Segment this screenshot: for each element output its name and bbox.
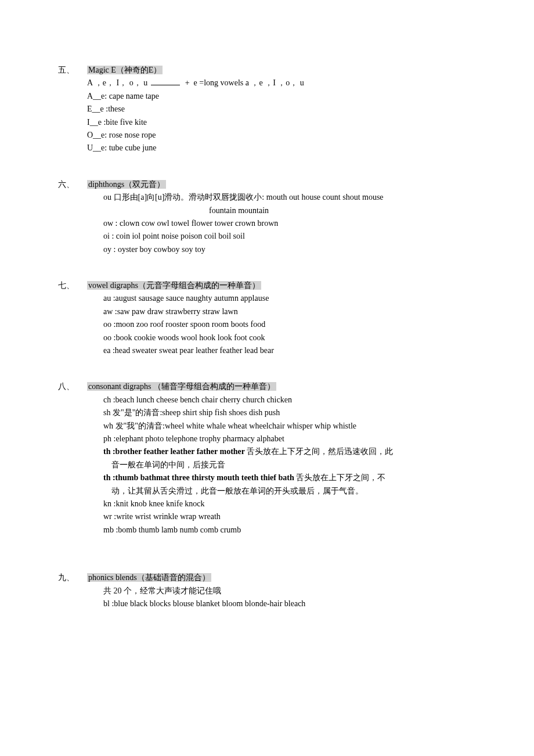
- bold-text: th :brother feather leather father mothe…: [103, 447, 247, 456]
- text-line: th :brother feather leather father mothe…: [87, 445, 476, 458]
- text-line: ea :head sweater sweat pear leather feat…: [87, 344, 476, 357]
- text-line: kn :knit knob knee knife knock: [87, 498, 476, 510]
- section-title-line: consonant digraphs （辅音字母组合构成的一种单音）: [87, 380, 476, 393]
- text-line: ou 口形由[a]向[u]滑动。滑动时双唇拢圆收小: mouth out hou…: [87, 191, 476, 204]
- text-line: A__e: cape name tape: [87, 90, 476, 103]
- text-line: au :august sausage sauce naughty autumn …: [87, 292, 476, 305]
- text-line: 动，让其留从舌尖滑过，此音一般放在单词的开头或最后，属于气音。: [87, 485, 476, 498]
- text-line: fountain mountain: [87, 204, 476, 217]
- text-line: oo :book cookie woods wool hook look foo…: [87, 332, 476, 344]
- text-line: mb :bomb thumb lamb numb comb crumb: [87, 524, 476, 537]
- section-1: 六、diphthongs（双元音）ou 口形由[a]向[u]滑动。滑动时双唇拢圆…: [58, 178, 476, 256]
- text-fragment: + e =long vowels a ，e ，I ，o， u: [181, 78, 304, 87]
- section-number: 八、: [58, 380, 87, 393]
- section-title-line: diphthongs（双元音）: [87, 178, 476, 191]
- text-line: ph :elephant photo telephone trophy phar…: [87, 433, 476, 445]
- text-line: E__e :these: [87, 103, 476, 116]
- text-line: 共 20 个，经常大声读才能记住哦: [87, 585, 476, 597]
- section-4: 九、phonics blends（基础语音的混合）共 20 个，经常大声读才能记…: [58, 571, 476, 610]
- text-line: A ，e， I， o， u + e =long vowels a ，e ，I ，…: [87, 77, 476, 89]
- text-line: I__e :bite five kite: [87, 116, 476, 129]
- document-page: 五、Magic E（神奇的E）A ，e， I， o， u + e =long v…: [0, 0, 534, 756]
- text-line: ow : clown cow owl towel flower tower cr…: [87, 217, 476, 230]
- section-number: 七、: [58, 279, 87, 292]
- section-content: Magic E（神奇的E）A ，e， I， o， u + e =long vow…: [87, 64, 476, 155]
- section-number: 五、: [58, 64, 87, 77]
- section-3: 八、consonant digraphs （辅音字母组合构成的一种单音）ch :…: [58, 380, 476, 537]
- section-0: 五、Magic E（神奇的E）A ，e， I， o， u + e =long v…: [58, 64, 476, 155]
- section-title: consonant digraphs （辅音字母组合构成的一种单音）: [87, 382, 276, 391]
- blank-underline: [151, 77, 180, 85]
- text-line: O__e: rose nose rope: [87, 129, 476, 142]
- text-line: th :thumb bathmat three thirsty mouth te…: [87, 471, 476, 484]
- section-title: Magic E（神奇的E）: [87, 66, 163, 74]
- text-line: aw :saw paw draw strawberry straw lawn: [87, 305, 476, 318]
- section-content: vowel digraphs（元音字母组合构成的一种单音）au :august …: [87, 279, 476, 357]
- section-content: diphthongs（双元音）ou 口形由[a]向[u]滑动。滑动时双唇拢圆收小…: [87, 178, 476, 256]
- text-fragment: 舌头放在上下牙之间，然后迅速收回，此: [247, 447, 393, 456]
- section-title: diphthongs（双元音）: [87, 180, 166, 189]
- section-content: phonics blends（基础语音的混合）共 20 个，经常大声读才能记住哦…: [87, 571, 476, 610]
- section-title-line: phonics blends（基础语音的混合）: [87, 571, 476, 584]
- text-line: wr :write wrist wrinkle wrap wreath: [87, 510, 476, 523]
- text-line: 音一般在单词的中间，后接元音: [87, 459, 476, 471]
- text-line: bl :blue black blocks blouse blanket blo…: [87, 597, 476, 610]
- section-title-line: Magic E（神奇的E）: [87, 64, 476, 77]
- text-line: ch :beach lunch cheese bench chair cherr…: [87, 394, 476, 406]
- section-title: phonics blends（基础语音的混合）: [87, 573, 211, 582]
- text-line: sh 发"是"的清音:sheep shirt ship fish shoes d…: [87, 406, 476, 419]
- text-line: oo :moon zoo roof rooster spoon room boo…: [87, 318, 476, 331]
- section-number: 九、: [58, 571, 87, 584]
- section-title-line: vowel digraphs（元音字母组合构成的一种单音）: [87, 279, 476, 292]
- text-line: wh 发"我"的清音:wheel white whale wheat wheel…: [87, 420, 476, 433]
- text-line: oi : coin iol point noise poison coil bo…: [87, 230, 476, 243]
- section-number: 六、: [58, 178, 87, 191]
- text-line: U__e: tube cube june: [87, 142, 476, 154]
- section-2: 七、vowel digraphs（元音字母组合构成的一种单音）au :augus…: [58, 279, 476, 357]
- text-fragment: 舌头放在上下牙之间，不: [296, 473, 385, 482]
- text-fragment: A ，e， I， o， u: [87, 78, 150, 87]
- section-title: vowel digraphs（元音字母组合构成的一种单音）: [87, 281, 261, 290]
- text-line: oy : oyster boy cowboy soy toy: [87, 243, 476, 256]
- section-content: consonant digraphs （辅音字母组合构成的一种单音）ch :be…: [87, 380, 476, 537]
- bold-text: th :thumb bathmat three thirsty mouth te…: [103, 473, 296, 482]
